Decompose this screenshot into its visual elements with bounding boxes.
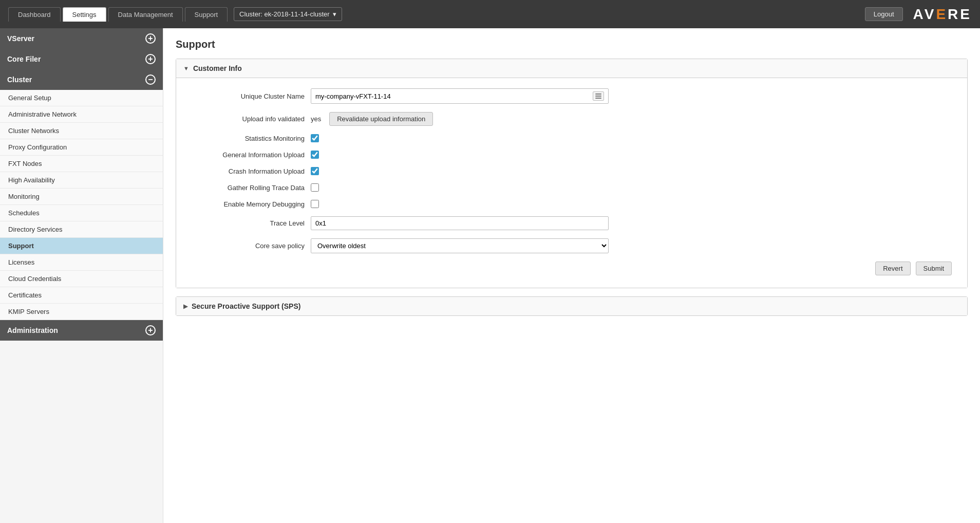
upload-validated-text: yes: [311, 115, 321, 123]
core-save-policy-select[interactable]: Overwrite oldest Keep newest Disabled: [311, 238, 609, 253]
sidebar-item-cloud-credentials[interactable]: Cloud Credentials: [0, 271, 163, 287]
tab-dashboard[interactable]: Dashboard: [8, 7, 61, 22]
sidebar-item-administrative-network[interactable]: Administrative Network: [0, 106, 163, 123]
unique-cluster-name-input-wrapper[interactable]: [311, 88, 609, 104]
gather-rolling-trace-label: Gather Rolling Trace Data: [192, 184, 305, 192]
submit-button[interactable]: Submit: [916, 262, 952, 275]
statistics-monitoring-row: Statistics Monitoring: [192, 134, 952, 142]
sidebar-item-proxy-configuration[interactable]: Proxy Configuration: [0, 139, 163, 156]
sidebar-section-core-filer[interactable]: Core Filer +: [0, 49, 163, 69]
sidebar-item-general-setup[interactable]: General Setup: [0, 90, 163, 106]
statistics-monitoring-label: Statistics Monitoring: [192, 135, 305, 142]
sidebar-section-administration[interactable]: Administration +: [0, 320, 163, 341]
sidebar-item-cluster-networks[interactable]: Cluster Networks: [0, 123, 163, 139]
customer-info-body: Unique Cluster Name Upload info validate…: [176, 78, 967, 288]
core-save-policy-row: Core save policy Overwrite oldest Keep n…: [192, 238, 952, 253]
customer-info-triangle: ▼: [183, 65, 189, 71]
crash-info-upload-value: [311, 167, 319, 175]
customer-info-header[interactable]: ▼ Customer Info: [176, 59, 967, 78]
sidebar-item-high-availability[interactable]: High Availability: [0, 172, 163, 189]
sidebar-item-directory-services[interactable]: Directory Services: [0, 221, 163, 238]
cluster-label: Cluster: [7, 76, 32, 84]
tab-settings[interactable]: Settings: [63, 7, 106, 22]
sps-label: Secure Proactive Support (SPS): [192, 302, 300, 310]
form-buttons: Revert Submit: [192, 262, 952, 275]
gather-rolling-trace-row: Gather Rolling Trace Data: [192, 183, 952, 192]
crash-info-upload-row: Crash Information Upload: [192, 167, 952, 175]
cluster-name: Cluster: ek-2018-11-14-cluster: [239, 10, 330, 18]
revalidate-button[interactable]: Revalidate upload information: [329, 112, 433, 126]
sidebar-item-monitoring[interactable]: Monitoring: [0, 189, 163, 205]
page-title: Support: [176, 39, 968, 50]
trace-level-label: Trace Level: [192, 219, 305, 227]
general-info-upload-checkbox[interactable]: [311, 151, 319, 159]
core-save-policy-value: Overwrite oldest Keep newest Disabled: [311, 238, 609, 253]
gather-rolling-trace-value: [311, 183, 319, 192]
unique-cluster-name-label: Unique Cluster Name: [192, 92, 305, 100]
sidebar-item-schedules[interactable]: Schedules: [0, 205, 163, 221]
statistics-monitoring-checkbox[interactable]: [311, 134, 319, 142]
enable-memory-debug-label: Enable Memory Debugging: [192, 200, 305, 208]
upload-info-validated-row: Upload info validated yes Revalidate upl…: [192, 112, 952, 126]
core-save-policy-label: Core save policy: [192, 242, 305, 250]
enable-memory-debug-row: Enable Memory Debugging: [192, 200, 952, 208]
sps-section: ▶ Secure Proactive Support (SPS): [176, 296, 968, 316]
tab-data-management[interactable]: Data Management: [108, 7, 183, 22]
tab-support[interactable]: Support: [185, 7, 228, 22]
sidebar: VServer + Core Filer + Cluster − General…: [0, 28, 163, 523]
vserver-expand-icon[interactable]: +: [145, 33, 156, 44]
gather-rolling-trace-checkbox[interactable]: [311, 183, 319, 192]
core-filer-expand-icon[interactable]: +: [145, 54, 156, 64]
topbar: Dashboard Settings Data Management Suppo…: [0, 0, 980, 28]
administration-label: Administration: [7, 326, 58, 334]
unique-cluster-name-input[interactable]: [315, 92, 593, 100]
upload-info-validated-value: yes Revalidate upload information: [311, 112, 433, 126]
sps-triangle-icon: ▶: [183, 303, 187, 310]
trace-level-row: Trace Level: [192, 216, 952, 230]
list-icon[interactable]: [593, 91, 604, 101]
customer-info-label: Customer Info: [193, 64, 242, 72]
enable-memory-debug-checkbox[interactable]: [311, 200, 319, 208]
sidebar-item-support[interactable]: Support: [0, 238, 163, 254]
content: Support ▼ Customer Info Unique Cluster N…: [163, 28, 980, 523]
sidebar-item-kmip-servers[interactable]: KMIP Servers: [0, 304, 163, 320]
sps-header[interactable]: ▶ Secure Proactive Support (SPS): [176, 297, 967, 315]
crash-info-upload-checkbox[interactable]: [311, 167, 319, 175]
enable-memory-debug-value: [311, 200, 319, 208]
customer-info-section: ▼ Customer Info Unique Cluster Name: [176, 59, 968, 288]
general-info-upload-row: General Information Upload: [192, 151, 952, 159]
general-info-upload-value: [311, 151, 319, 159]
vserver-label: VServer: [7, 34, 34, 43]
general-info-upload-label: General Information Upload: [192, 151, 305, 159]
trace-level-input[interactable]: [311, 216, 609, 230]
sidebar-item-fxt-nodes[interactable]: FXT Nodes: [0, 156, 163, 172]
trace-level-value: [311, 216, 609, 230]
main-layout: VServer + Core Filer + Cluster − General…: [0, 28, 980, 523]
cluster-collapse-icon[interactable]: −: [145, 74, 156, 85]
statistics-monitoring-value: [311, 134, 319, 142]
sidebar-section-vserver[interactable]: VServer +: [0, 28, 163, 49]
administration-expand-icon[interactable]: +: [145, 325, 156, 335]
cluster-selector[interactable]: Cluster: ek-2018-11-14-cluster ▾: [234, 7, 342, 21]
upload-info-validated-label: Upload info validated: [192, 115, 305, 123]
avere-logo: AVERE: [913, 6, 972, 23]
logout-button[interactable]: Logout: [865, 7, 903, 21]
chevron-down-icon: ▾: [333, 10, 336, 18]
core-filer-label: Core Filer: [7, 55, 41, 63]
unique-cluster-name-row: Unique Cluster Name: [192, 88, 952, 104]
unique-cluster-name-value: [311, 88, 609, 104]
sidebar-item-certificates[interactable]: Certificates: [0, 287, 163, 304]
crash-info-upload-label: Crash Information Upload: [192, 167, 305, 175]
revert-button[interactable]: Revert: [875, 262, 910, 275]
sidebar-section-cluster[interactable]: Cluster −: [0, 69, 163, 90]
sidebar-item-licenses[interactable]: Licenses: [0, 254, 163, 271]
